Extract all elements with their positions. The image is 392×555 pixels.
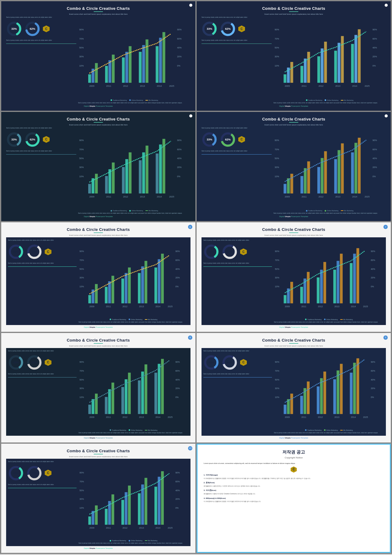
svg-text:60%: 60% — [371, 259, 375, 262]
slide-6-left-text: Sed ut persp iciatis unde omnis iste nat… — [203, 239, 272, 241]
svg-text:0%: 0% — [175, 507, 179, 509]
slide-1-right-text: Sed ut persp iciatis unde omnis iste nat… — [78, 102, 190, 104]
svg-text:2009: 2009 — [285, 305, 290, 308]
svg-text:60%: 60% — [372, 37, 377, 40]
copyright-section4-title: 4. 000(emoji) & 000(/icon) — [204, 497, 384, 500]
svg-rect-94 — [142, 152, 145, 193]
svg-rect-272 — [350, 373, 352, 414]
svg-rect-163 — [128, 268, 131, 304]
slide-2-title: Combo & Circle Creative Charts — [202, 6, 386, 11]
svg-text:40%: 40% — [371, 378, 375, 381]
svg-rect-229 — [108, 389, 111, 414]
svg-rect-269 — [333, 379, 336, 414]
svg-text:90%: 90% — [80, 250, 84, 253]
slide-9-left-text: Sed ut persp iciatis unde omnis iste nat… — [8, 461, 77, 463]
svg-text:10%: 10% — [80, 285, 84, 288]
svg-text:2025: 2025 — [363, 305, 368, 308]
svg-rect-63 — [358, 29, 360, 83]
svg-rect-304 — [138, 493, 141, 525]
svg-text:2014: 2014 — [156, 305, 160, 308]
svg-text:70%: 70% — [80, 369, 84, 372]
svg-rect-27 — [159, 38, 162, 83]
svg-text:2012: 2012 — [123, 195, 128, 198]
svg-rect-203 — [353, 254, 356, 304]
svg-rect-265 — [307, 381, 310, 414]
svg-rect-190 — [284, 295, 287, 304]
svg-text:30%: 30% — [80, 277, 84, 279]
svg-rect-58 — [334, 51, 337, 83]
slide-2-right-text: Sed ut persp iciatis unde omnis iste nat… — [273, 102, 386, 104]
svg-text:20%: 20% — [371, 277, 375, 279]
slide-9-subtitle: Insert some short and brief lorem ipsum … — [6, 456, 190, 457]
slide-1-subtitle: Insert some short and brief lorem ipsum … — [6, 13, 190, 15]
slide-2-donut2: 62% — [220, 21, 236, 37]
svg-rect-273 — [353, 363, 356, 414]
title-underline-9 — [94, 454, 103, 454]
svg-rect-301 — [122, 500, 124, 525]
svg-text:10%: 10% — [80, 396, 84, 399]
title-underline-1 — [94, 11, 103, 12]
slide-4-donut2-label: 62% — [220, 132, 236, 147]
slide-6: 7 Combo & Circle Creative Charts Insert … — [197, 222, 391, 332]
num-indicator-6: 7 — [383, 225, 388, 229]
svg-text:20%: 20% — [175, 387, 180, 390]
svg-text:2012: 2012 — [123, 305, 127, 308]
svg-rect-59 — [337, 43, 340, 83]
svg-text:90%: 90% — [275, 361, 280, 363]
num-indicator-5: 6 — [188, 225, 192, 229]
svg-rect-161 — [122, 279, 124, 304]
slide-4-chart: 90% 70% 50% 30% 10% 90% 60% 40% 20% 0% — [273, 127, 386, 209]
slide-5-subtitle: Insert some short and brief lorem ipsum … — [6, 234, 190, 236]
slide-7-donut2-label: 62% — [26, 354, 42, 370]
svg-text:2009: 2009 — [285, 416, 290, 419]
svg-text:2012: 2012 — [123, 526, 127, 529]
svg-rect-168 — [158, 259, 160, 304]
svg-rect-128 — [334, 159, 337, 193]
svg-text:10%: 10% — [80, 507, 84, 509]
svg-text:70%: 70% — [275, 259, 280, 262]
svg-rect-237 — [154, 373, 157, 414]
svg-rect-53 — [304, 59, 307, 83]
slide-5-donut2: 62% — [26, 244, 42, 260]
svg-text:30%: 30% — [80, 498, 84, 500]
svg-text:50%: 50% — [275, 378, 280, 381]
svg-rect-131 — [351, 152, 354, 193]
svg-text:90%: 90% — [275, 250, 280, 253]
slide-8-donut2-label: 62% — [222, 354, 238, 370]
svg-text:50%: 50% — [274, 46, 279, 49]
slides-grid: Combo & Circle Creative Charts Insert so… — [0, 0, 392, 554]
svg-text:2025: 2025 — [168, 526, 173, 529]
svg-rect-199 — [333, 270, 336, 304]
svg-text:2013: 2013 — [335, 85, 340, 87]
svg-rect-298 — [105, 509, 108, 525]
slide-1: Combo & Circle Creative Charts Insert so… — [1, 1, 195, 111]
svg-rect-270 — [337, 370, 339, 414]
svg-rect-201 — [340, 254, 343, 304]
svg-text:40%: 40% — [175, 378, 180, 381]
svg-rect-261 — [287, 399, 290, 414]
svg-rect-302 — [125, 492, 127, 525]
svg-text:2009: 2009 — [285, 195, 289, 198]
svg-rect-86 — [95, 174, 98, 193]
slide-1-title: Combo & Circle Creative Charts — [6, 6, 190, 11]
slide-1-donut1-label: 33% — [6, 21, 22, 37]
svg-text:2009: 2009 — [89, 195, 94, 198]
svg-text:2011: 2011 — [106, 195, 111, 198]
slide-5: 6 Combo & Circle Creative Charts Insert … — [1, 222, 195, 332]
svg-rect-158 — [105, 287, 108, 304]
svg-text:90%: 90% — [79, 28, 84, 31]
svg-rect-305 — [141, 484, 144, 524]
slide-2-subtitle: Insert some short and brief lorem ipsum … — [202, 13, 386, 15]
svg-text:60%: 60% — [371, 369, 375, 372]
svg-rect-274 — [356, 358, 359, 414]
svg-rect-122 — [300, 176, 303, 193]
svg-rect-61 — [351, 44, 354, 83]
svg-text:2014: 2014 — [352, 195, 357, 198]
slide-7-donut1: 33% — [8, 354, 24, 370]
slide-8-right-text: Sed ut persp iciatis unde omnis iste nat… — [274, 432, 384, 434]
svg-text:2012: 2012 — [123, 416, 127, 419]
slide-9-bottom-text: Sed ut persp iciatis unde omnis iste nat… — [8, 484, 77, 486]
svg-text:2009: 2009 — [89, 305, 94, 308]
slide-8-subtitle: Insert some short and brief lorem ipsum … — [202, 345, 386, 347]
svg-text:50%: 50% — [79, 46, 84, 49]
